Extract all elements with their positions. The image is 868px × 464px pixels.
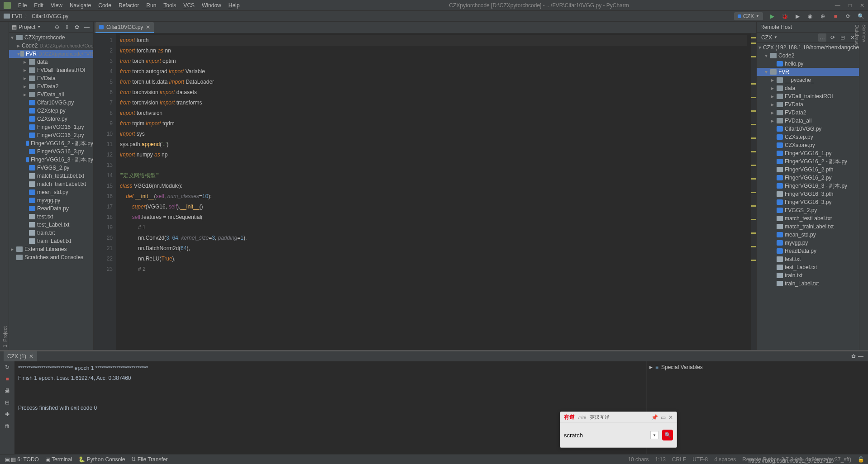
tool-6--todo[interactable]: ▦ 6: TODO	[11, 456, 39, 463]
tree-node[interactable]: CZXstore.py	[9, 115, 93, 123]
database-tool-tab[interactable]: Database	[854, 22, 861, 350]
breadcrumb-file[interactable]: Cifar10VGG.py	[32, 13, 68, 19]
tree-node[interactable]: train_Label.txt	[757, 279, 859, 288]
tree-node[interactable]: ▾FVR	[757, 68, 859, 76]
tree-node[interactable]: FingerVGG16_3 - 副本.py	[757, 182, 859, 190]
tree-node[interactable]: FingerVGG16_1.py	[757, 149, 859, 157]
expand-icon[interactable]: ⇕	[63, 24, 71, 31]
tree-node[interactable]: ▸data	[757, 84, 859, 92]
menu-edit[interactable]: Edit	[30, 2, 47, 9]
tool-windows-button[interactable]: ▣	[4, 456, 11, 463]
target-icon[interactable]: ⊙	[53, 24, 61, 31]
tree-node[interactable]: CZXstore.py	[757, 141, 859, 149]
menu-window[interactable]: Window	[198, 2, 225, 9]
tree-node[interactable]: match_trainLabel.txt	[9, 180, 93, 188]
tree-node[interactable]: myvgg.py	[757, 239, 859, 247]
editor-gutter[interactable]: 1234567891011121314151617181920212223	[94, 33, 116, 350]
tree-node[interactable]: FingerVGG16_2.pth	[757, 166, 859, 174]
tree-node[interactable]: FingerVGG16_2 - 副本.py	[9, 139, 93, 147]
tree-node[interactable]: FingerVGG16_3.py	[757, 198, 859, 206]
remote-tree[interactable]: ▾CZX (192.168.1.19/home/zhenxiangchen/CZ…	[757, 43, 859, 350]
tree-node[interactable]: train.txt	[757, 271, 859, 279]
tree-node[interactable]: ▸FVDall_traintestROI	[9, 66, 93, 74]
status-encoding[interactable]: UTF-8	[692, 456, 708, 463]
console-output[interactable]: ************************** epoch 1 *****…	[14, 361, 646, 454]
tree-node[interactable]: Cifar10VGG.py	[757, 125, 859, 133]
profile-button[interactable]: ◉	[806, 13, 814, 20]
youdao-expand-icon[interactable]: ▭	[661, 414, 666, 421]
tool-python-console[interactable]: 🐍 Python Console	[78, 456, 125, 463]
status-position[interactable]: 1:13	[655, 456, 665, 463]
tree-node[interactable]: ▸Code2D:\CZXpytorchcode\Coo...	[9, 42, 93, 50]
close-button[interactable]: ✕	[860, 2, 864, 9]
tool-terminal[interactable]: ▣ Terminal	[45, 456, 72, 463]
tree-node[interactable]: hello.py	[757, 60, 859, 68]
tree-node[interactable]: CZXstep.py	[9, 107, 93, 115]
menu-vcs[interactable]: VCS	[180, 2, 198, 9]
tree-node[interactable]: match_testLabel.txt	[757, 214, 859, 223]
editor-tab[interactable]: Cifar10VGG.py ✕	[95, 22, 154, 33]
run-config-selector[interactable]: CZX ▼	[734, 12, 763, 20]
youdao-search-button[interactable]: 🔍	[662, 430, 673, 440]
tree-node[interactable]: train_Label.txt	[9, 237, 93, 245]
tree-node[interactable]: ▸FVData_all	[757, 117, 859, 125]
update-button[interactable]: ⟳	[844, 13, 852, 20]
tree-node[interactable]: ▸__pycache_	[757, 76, 859, 84]
run-coverage-button[interactable]: ▶	[794, 13, 801, 20]
menu-tools[interactable]: Tools	[160, 2, 180, 9]
tree-node[interactable]: ReadData.py	[757, 247, 859, 255]
tree-node[interactable]: match_trainLabel.txt	[757, 223, 859, 231]
hide-icon[interactable]: —	[83, 24, 91, 31]
remote-connection-selector[interactable]: CZX ▼	[759, 34, 816, 41]
run-settings-icon[interactable]: ✿	[850, 353, 857, 360]
tree-node[interactable]: FingerVGG16_2.py	[757, 174, 859, 182]
tree-node[interactable]: ▸data	[9, 58, 93, 66]
stop-process-button[interactable]: ■	[3, 375, 11, 383]
clear-button[interactable]: ⊟	[3, 398, 11, 407]
tree-node[interactable]: Cifar10VGG.py	[9, 99, 93, 107]
debug-button[interactable]: 🐞	[781, 13, 788, 20]
tree-node[interactable]: FingerVGG16_1.py	[9, 123, 93, 131]
structure-tool-tab[interactable]: 7: Structure	[0, 22, 1, 350]
youdao-search-input[interactable]	[564, 432, 647, 439]
tree-node[interactable]: FingerVGG16_3 - 副本.py	[9, 156, 93, 164]
tree-node[interactable]: myvgg.py	[9, 196, 93, 204]
menu-file[interactable]: File	[14, 2, 30, 9]
tree-node[interactable]: ▾CZX (192.168.1.19/home/zhenxiangchen/CZ…	[757, 43, 859, 52]
tree-node[interactable]: mean_std.py	[757, 231, 859, 239]
status-lock-icon[interactable]: 🔓	[858, 456, 864, 463]
editor-content[interactable]: import torchimport torch.nn as nnfrom to…	[116, 33, 751, 350]
tree-node[interactable]: ▸FVData2	[9, 82, 93, 90]
tree-node[interactable]: CZXstep.py	[757, 133, 859, 141]
menu-code[interactable]: Code	[95, 2, 115, 9]
tree-node[interactable]: ▾CZXpytorchcode	[9, 33, 93, 42]
project-tree[interactable]: ▾CZXpytorchcode▸Code2D:\CZXpytorchcode\C…	[9, 33, 93, 350]
add-button[interactable]: ✚	[3, 410, 11, 418]
trash-button[interactable]: 🗑	[3, 422, 11, 430]
stop-button[interactable]: ■	[832, 13, 839, 20]
menu-navigate[interactable]: Navigate	[66, 2, 95, 9]
tree-node[interactable]: Scratches and Consoles	[9, 253, 93, 261]
project-view-selector[interactable]: ▤Project ▼	[12, 24, 41, 30]
tree-node[interactable]: ▸FVData_all	[9, 90, 93, 99]
tree-node[interactable]: FVGGS_2.py	[757, 206, 859, 214]
remote-refresh-button[interactable]: ⟳	[829, 34, 836, 41]
breadcrumb-folder[interactable]: FVR	[12, 13, 23, 19]
tree-node[interactable]: ▸FVData2	[757, 109, 859, 117]
menu-refactor[interactable]: Refactor	[115, 2, 143, 9]
menu-view[interactable]: View	[47, 2, 66, 9]
tree-node[interactable]: ▸FVData	[757, 100, 859, 109]
status-indent[interactable]: 4 spaces	[714, 456, 736, 463]
youdao-pin-icon[interactable]: 📌	[651, 414, 658, 421]
run-hide-icon[interactable]: —	[857, 353, 864, 360]
rerun-button[interactable]: ↻	[3, 363, 11, 371]
close-tab-icon[interactable]: ✕	[29, 353, 33, 360]
export-button[interactable]: 🖶	[3, 387, 11, 395]
tree-node[interactable]: test_Label.txt	[757, 263, 859, 271]
tree-node[interactable]: ▸External Libraries	[9, 245, 93, 253]
youdao-close-icon[interactable]: ✕	[668, 414, 673, 421]
run-session-tab[interactable]: CZX (1)✕	[4, 351, 37, 361]
tree-node[interactable]: FingerVGG16_2.py	[9, 131, 93, 139]
youdao-dropdown-button[interactable]: ▼	[650, 431, 658, 439]
marker-bar[interactable]	[751, 33, 756, 350]
